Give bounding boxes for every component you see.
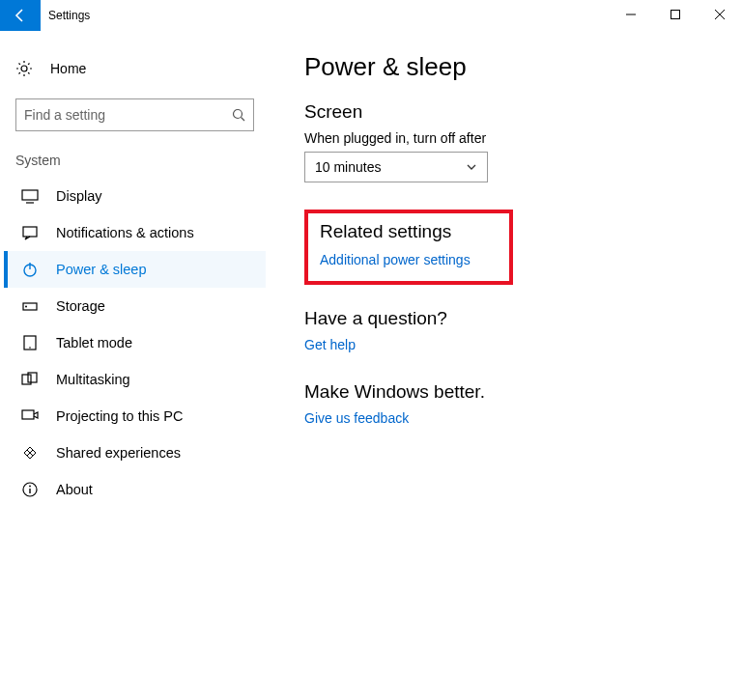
related-settings-highlighted: Related settings Additional power settin… <box>304 210 513 285</box>
window-title: Settings <box>41 9 90 22</box>
sidebar-item-about[interactable]: About <box>4 471 266 508</box>
svg-rect-7 <box>22 190 38 200</box>
sidebar-item-power-sleep[interactable]: Power & sleep <box>4 251 266 288</box>
sidebar-item-label: Display <box>56 188 102 204</box>
title-bar: Settings <box>0 0 742 31</box>
main-panel: Power & sleep Screen When plugged in, tu… <box>266 31 742 700</box>
sidebar-item-notifications[interactable]: Notifications & actions <box>4 214 266 251</box>
shared-icon <box>21 444 39 462</box>
sidebar-item-label: Storage <box>56 298 105 314</box>
tablet-icon <box>21 334 39 351</box>
sidebar-item-label: Tablet mode <box>56 335 132 350</box>
svg-line-6 <box>242 118 245 122</box>
sidebar-item-projecting[interactable]: Projecting to this PC <box>4 398 266 434</box>
question-title: Have a question? <box>304 308 723 329</box>
multitask-icon <box>21 371 39 388</box>
screen-off-dropdown[interactable]: 10 minutes <box>304 152 488 182</box>
sidebar-item-shared-experiences[interactable]: Shared experiences <box>4 434 266 471</box>
dropdown-value: 10 minutes <box>315 159 381 175</box>
minimize-icon <box>626 10 636 19</box>
power-icon <box>21 261 39 278</box>
sidebar-item-storage[interactable]: Storage <box>4 288 266 324</box>
sidebar-item-label: About <box>56 482 93 497</box>
search-placeholder: Find a setting <box>24 107 105 123</box>
close-icon <box>715 10 725 19</box>
make-better-title: Make Windows better. <box>304 381 723 403</box>
additional-power-settings-link[interactable]: Additional power settings <box>320 252 498 267</box>
svg-point-5 <box>234 110 243 119</box>
sidebar-item-display[interactable]: Display <box>4 178 266 214</box>
sidebar: Home Find a setting System Display Notif… <box>0 31 266 700</box>
get-help-link[interactable]: Get help <box>304 337 723 352</box>
maximize-button[interactable] <box>653 0 698 29</box>
storage-icon <box>21 297 39 315</box>
sidebar-item-label: Multitasking <box>56 372 130 387</box>
projecting-icon <box>21 407 39 425</box>
screen-off-label: When plugged in, turn off after <box>304 130 723 146</box>
sidebar-item-label: Projecting to this PC <box>56 408 183 424</box>
search-input[interactable]: Find a setting <box>15 98 254 131</box>
display-icon <box>21 187 39 205</box>
sidebar-item-multitasking[interactable]: Multitasking <box>4 361 266 398</box>
related-settings-title: Related settings <box>320 221 498 242</box>
category-label: System <box>4 153 266 178</box>
sidebar-item-tablet-mode[interactable]: Tablet mode <box>4 324 266 361</box>
screen-section-title: Screen <box>304 101 723 123</box>
window-controls <box>609 0 742 29</box>
search-icon <box>232 108 245 122</box>
home-button[interactable]: Home <box>4 50 266 87</box>
back-button[interactable] <box>0 0 41 31</box>
svg-point-4 <box>21 66 27 71</box>
chevron-down-icon <box>466 161 477 173</box>
page-title: Power & sleep <box>304 52 723 82</box>
home-label: Home <box>50 61 86 76</box>
svg-rect-18 <box>22 410 34 419</box>
svg-point-21 <box>29 486 31 488</box>
back-arrow-icon <box>13 8 28 23</box>
notifications-icon <box>21 224 39 241</box>
svg-point-13 <box>25 306 27 308</box>
svg-rect-9 <box>23 227 37 237</box>
maximize-icon <box>671 10 680 19</box>
sidebar-item-label: Notifications & actions <box>56 225 194 240</box>
close-button[interactable] <box>698 0 742 29</box>
about-icon <box>21 481 39 498</box>
gear-icon <box>15 60 33 77</box>
sidebar-item-label: Shared experiences <box>56 445 181 461</box>
sidebar-item-label: Power & sleep <box>56 262 147 277</box>
svg-point-15 <box>29 347 31 349</box>
feedback-link[interactable]: Give us feedback <box>304 410 723 426</box>
minimize-button[interactable] <box>609 0 653 29</box>
svg-rect-1 <box>671 11 680 19</box>
